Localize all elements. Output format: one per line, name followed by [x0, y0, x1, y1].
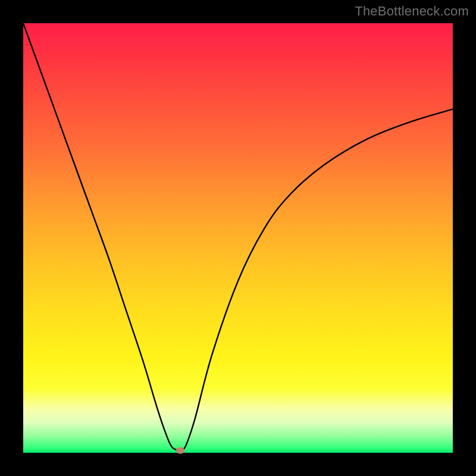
minimum-marker: [176, 447, 184, 453]
watermark-text: TheBottleneck.com: [355, 4, 469, 19]
chart-frame: TheBottleneck.com: [0, 0, 476, 476]
bottleneck-curve: [23, 23, 453, 453]
